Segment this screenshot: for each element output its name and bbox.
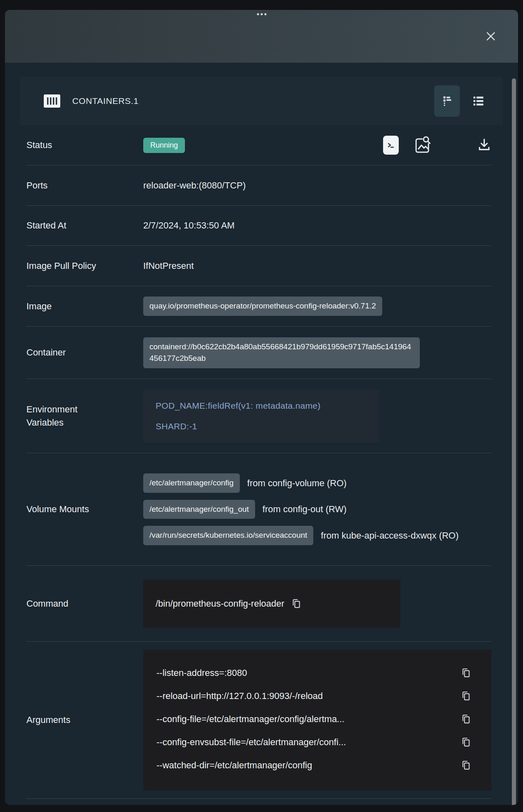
env-var: POD_NAME:fieldRef(v1: metadata.name) — [156, 401, 367, 411]
copy-argument-button[interactable] — [461, 713, 471, 725]
image-value-chip: quay.io/prometheus-operator/prometheus-c… — [143, 297, 382, 316]
argument-item: --reload-url=http://127.0.0.1:9093/-/rel… — [156, 687, 471, 705]
copy-command-button[interactable] — [291, 598, 302, 610]
list-view-toggle[interactable] — [466, 85, 491, 117]
volume-mounts-label: Volume Mounts — [26, 503, 143, 516]
terminal-icon — [383, 136, 399, 155]
mount-path-chip: /etc/alertmanager/config_out — [143, 500, 255, 519]
argument-item: --watched-dir=/etc/alertmanager/config — [156, 757, 471, 774]
mount-from-text: from config-volume (RO) — [247, 478, 347, 489]
status-label: Status — [26, 139, 143, 152]
ports-label: Ports — [26, 179, 143, 192]
arguments-row: Arguments --listen-address=:8080 --reloa… — [26, 642, 491, 799]
scrollbar-thumb[interactable] — [512, 78, 516, 805]
volume-mounts-row: Volume Mounts /etc/alertmanager/config f… — [26, 453, 491, 566]
argument-item: --config-file=/etc/alertmanager/config/a… — [156, 711, 471, 728]
list-view-icon — [472, 94, 485, 108]
env-var: SHARD:-1 — [156, 421, 367, 431]
mount-path-chip: /var/run/secrets/kubernetes.io/serviceac… — [143, 526, 313, 545]
copy-argument-button[interactable] — [461, 760, 471, 771]
close-button[interactable] — [483, 29, 498, 44]
copy-argument-button[interactable] — [461, 737, 471, 748]
volume-mount-item: /etc/alertmanager/config_out from config… — [143, 500, 491, 519]
modal-footer — [26, 799, 491, 805]
copy-icon — [461, 667, 471, 679]
argument-value: --watched-dir=/etc/alertmanager/config — [156, 760, 454, 771]
copy-argument-button[interactable] — [461, 667, 471, 679]
container-value-chip: containerd://b0c622cb2b4a80ab55668421b97… — [143, 337, 420, 368]
terminal-button[interactable] — [383, 136, 399, 155]
command-value: /bin/prometheus-config-reloader — [156, 598, 284, 609]
started-at-value: 2/7/2024, 10:53:50 AM — [143, 220, 491, 231]
details-view-toggle[interactable] — [434, 85, 460, 117]
copy-icon — [461, 690, 471, 702]
mount-from-text: from kube-api-access-dxwqx (RO) — [321, 530, 459, 541]
copy-icon — [461, 713, 471, 725]
download-icon — [477, 137, 491, 153]
argument-item: --listen-address=:8080 — [156, 664, 471, 682]
status-badge: Running — [143, 138, 185, 153]
environment-variables-panel: POD_NAME:fieldRef(v1: metadata.name) SHA… — [143, 390, 379, 442]
container-icon — [43, 94, 61, 108]
mount-path-chip: /etc/alertmanager/config — [143, 473, 240, 493]
download-button[interactable] — [477, 137, 491, 153]
image-row: Image quay.io/prometheus-operator/promet… — [26, 286, 491, 327]
log-search-icon — [414, 136, 431, 155]
copy-argument-button[interactable] — [461, 690, 471, 702]
window-drag-dots-icon — [257, 13, 266, 15]
modal-body: CONTAINERS.1 — [5, 77, 518, 805]
argument-value: --config-envsubst-file=/etc/alertmanager… — [156, 737, 454, 748]
image-label: Image — [26, 300, 143, 313]
volume-mount-item: /var/run/secrets/kubernetes.io/serviceac… — [143, 526, 491, 545]
arguments-panel: --listen-address=:8080 --reload-url=http… — [143, 650, 491, 791]
ports-value: reloader-web:(8080/TCP) — [143, 180, 491, 191]
started-at-label: Started At — [26, 219, 143, 232]
modal-header — [5, 10, 518, 63]
argument-item: --config-envsubst-file=/etc/alertmanager… — [156, 734, 471, 751]
view-toggle-group — [434, 85, 491, 117]
argument-value: --config-file=/etc/alertmanager/config/a… — [156, 714, 454, 725]
mount-from-text: from config-out (RW) — [263, 504, 347, 515]
details-rows: Status Running — [26, 125, 491, 805]
container-details-modal: CONTAINERS.1 — [5, 10, 518, 805]
command-row: Command /bin/prometheus-config-reloader — [26, 566, 491, 642]
copy-icon — [461, 760, 471, 771]
started-at-row: Started At 2/7/2024, 10:53:50 AM — [26, 206, 491, 246]
environment-variables-row: Environment Variables POD_NAME:fieldRef(… — [26, 379, 491, 453]
copy-icon — [461, 737, 471, 748]
ports-row: Ports reloader-web:(8080/TCP) — [26, 165, 491, 206]
section-title: CONTAINERS.1 — [72, 96, 139, 106]
command-label: Command — [26, 597, 143, 610]
image-pull-policy-label: Image Pull Policy — [26, 259, 143, 273]
log-search-button[interactable] — [414, 136, 431, 155]
copy-icon — [291, 598, 302, 610]
containers-section-header: CONTAINERS.1 — [20, 77, 503, 125]
image-pull-policy-value: IfNotPresent — [143, 261, 491, 271]
command-panel: /bin/prometheus-config-reloader — [143, 580, 400, 628]
arguments-label: Arguments — [26, 713, 143, 727]
status-row: Status Running — [26, 125, 491, 165]
details-view-icon — [441, 95, 453, 107]
close-icon — [485, 30, 497, 42]
argument-value: --listen-address=:8080 — [156, 668, 454, 678]
environment-variables-label: Environment Variables — [26, 403, 143, 429]
argument-value: --reload-url=http://127.0.0.1:9093/-/rel… — [156, 691, 454, 701]
image-pull-policy-row: Image Pull Policy IfNotPresent — [26, 246, 491, 286]
container-label: Container — [26, 346, 143, 359]
container-row: Container containerd://b0c622cb2b4a80ab5… — [26, 327, 491, 379]
volume-mount-item: /etc/alertmanager/config from config-vol… — [143, 473, 491, 493]
